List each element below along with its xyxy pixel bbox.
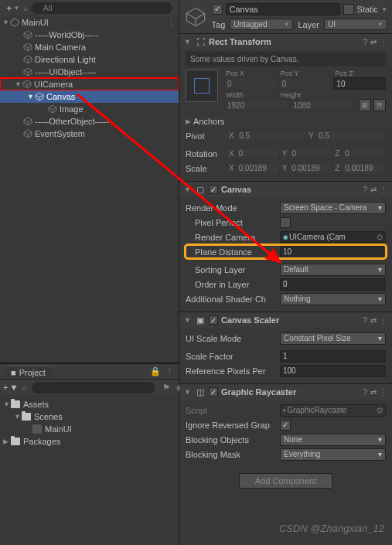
- project-folder-assets[interactable]: ▼ Assets: [0, 398, 179, 410]
- pos-x-input[interactable]: [224, 77, 277, 90]
- component-enabled-checkbox[interactable]: [209, 315, 218, 325]
- foldout-icon[interactable]: ▼: [184, 38, 192, 46]
- rot-z-input[interactable]: [342, 148, 386, 160]
- ignore-reversed-checkbox[interactable]: [280, 420, 291, 431]
- panel-menu-icon[interactable]: ⋮: [165, 366, 174, 376]
- tag-dropdown[interactable]: Untagged▼: [230, 19, 293, 30]
- folder-label: Packages: [23, 437, 60, 446]
- foldout-icon[interactable]: ▼: [27, 93, 35, 100]
- component-menu-icon[interactable]: ⋮: [380, 186, 387, 194]
- hierarchy-item[interactable]: Image: [0, 103, 179, 115]
- component-enabled-checkbox[interactable]: [209, 387, 218, 397]
- lock-icon[interactable]: 🔒: [150, 366, 161, 376]
- component-title: Canvas: [221, 185, 360, 194]
- hierarchy-item-uicamera[interactable]: ▼ UICamera: [0, 78, 179, 90]
- foldout-icon[interactable]: ▼: [14, 413, 22, 421]
- rot-x-input[interactable]: [236, 148, 280, 160]
- ref-pixels-input[interactable]: [280, 365, 386, 377]
- anchor-preset-button[interactable]: [186, 70, 218, 102]
- hierarchy-item[interactable]: Directional Light: [0, 53, 179, 66]
- pixel-perfect-checkbox[interactable]: [280, 217, 291, 228]
- hierarchy-toolbar: + ▼ ⌕: [0, 0, 179, 15]
- project-asset-mainui[interactable]: MainUI: [0, 423, 179, 435]
- scale-factor-input[interactable]: [280, 350, 386, 363]
- component-menu-icon[interactable]: ⋮: [380, 388, 387, 397]
- sorting-layer-dropdown[interactable]: Default▾: [280, 264, 386, 276]
- component-menu-icon[interactable]: ⋮: [380, 38, 387, 46]
- foldout-icon[interactable]: ▼: [184, 316, 192, 324]
- filter-favorites-icon[interactable]: ⚑: [160, 383, 172, 393]
- hierarchy-item-canvas[interactable]: ▼ Canvas: [0, 90, 179, 103]
- foldout-icon[interactable]: ▼: [184, 388, 192, 396]
- help-icon[interactable]: ?: [363, 316, 367, 325]
- static-checkbox[interactable]: [343, 4, 354, 15]
- anchors-foldout[interactable]: ▶: [186, 118, 193, 125]
- component-header[interactable]: ▼ ▢ Canvas ? ⇄ ⋮: [179, 182, 392, 197]
- project-folder-scenes[interactable]: ▼ Scenes: [0, 410, 179, 423]
- foldout-icon[interactable]: ▶: [3, 438, 11, 445]
- preset-icon[interactable]: ⇄: [370, 388, 377, 397]
- rot-y-input[interactable]: [288, 148, 332, 160]
- layer-label: Layer: [298, 20, 319, 29]
- scale-mode-dropdown[interactable]: Constant Pixel Size▾: [280, 332, 386, 345]
- project-search-input[interactable]: [32, 382, 155, 393]
- scale-y-input[interactable]: [288, 162, 332, 175]
- component-menu-icon[interactable]: ⋮: [380, 316, 387, 325]
- pivot-x-input[interactable]: [236, 130, 306, 142]
- order-in-layer-input[interactable]: [280, 278, 386, 291]
- scene-name: MainUI: [22, 18, 49, 27]
- foldout-icon[interactable]: ▼: [15, 80, 22, 88]
- preset-icon[interactable]: ⇄: [370, 38, 377, 46]
- foldout-icon[interactable]: ▼: [3, 400, 11, 408]
- foldout-icon[interactable]: ▼: [2, 19, 10, 26]
- search-icon: ⌕: [22, 383, 27, 392]
- hierarchy-search-input[interactable]: [31, 2, 172, 14]
- hierarchy-item[interactable]: -----WorldObj-----: [0, 29, 179, 41]
- hierarchy-item[interactable]: EventSystem: [0, 128, 179, 140]
- help-icon[interactable]: ?: [363, 38, 367, 46]
- component-header[interactable]: ▼ ▣ Canvas Scaler ? ⇄ ⋮: [179, 312, 392, 328]
- scene-menu-icon[interactable]: ⋮: [167, 18, 176, 28]
- hierarchy-item[interactable]: Main Camera: [0, 41, 179, 53]
- plane-distance-input[interactable]: [280, 246, 386, 258]
- foldout-icon[interactable]: ▼: [184, 186, 192, 193]
- help-icon[interactable]: ?: [363, 186, 367, 194]
- static-dropdown-caret[interactable]: ▼: [381, 6, 387, 13]
- project-folder-packages[interactable]: ▶ Packages: [0, 435, 179, 448]
- scale-z-input[interactable]: [342, 162, 386, 175]
- pos-z-input[interactable]: [333, 77, 386, 90]
- project-tab[interactable]: ■Project: [5, 366, 52, 378]
- scene-row[interactable]: ▼ MainUI ⋮: [0, 16, 179, 29]
- pos-y-input[interactable]: [279, 77, 332, 90]
- pivot-y-input[interactable]: [315, 130, 386, 142]
- component-enabled-checkbox[interactable]: [209, 185, 218, 194]
- component-header[interactable]: ▼ ⛶ Rect Transform ? ⇄ ⋮: [179, 34, 392, 49]
- preset-icon[interactable]: ⇄: [370, 316, 377, 325]
- blocking-mask-dropdown[interactable]: Everything▾: [280, 448, 386, 461]
- preset-icon[interactable]: ⇄: [370, 186, 377, 194]
- create-asset-button[interactable]: +: [3, 383, 8, 392]
- render-camera-field[interactable]: ■UICamera (Cam⊙: [280, 231, 386, 244]
- blueprint-mode-button[interactable]: ⊞: [359, 99, 371, 111]
- blocking-objects-dropdown[interactable]: None▾: [280, 434, 386, 446]
- height-input[interactable]: [291, 99, 355, 111]
- add-component-button[interactable]: Add Component: [239, 473, 333, 489]
- additional-shader-dropdown[interactable]: Nothing▾: [280, 293, 386, 305]
- enabled-checkbox[interactable]: [212, 4, 223, 15]
- hierarchy-item[interactable]: -----UIObject-----: [0, 66, 179, 78]
- scale-x-input[interactable]: [236, 162, 280, 175]
- gameobject-name-input[interactable]: [226, 3, 340, 15]
- create-asset-caret[interactable]: ▼: [9, 383, 18, 392]
- render-mode-dropdown[interactable]: Screen Space - Camera▾: [280, 202, 386, 214]
- create-dropdown-caret[interactable]: ▼: [14, 5, 20, 12]
- raw-edit-button[interactable]: R: [373, 99, 386, 111]
- help-icon[interactable]: ?: [363, 388, 367, 397]
- canvas-scaler-component: ▼ ▣ Canvas Scaler ? ⇄ ⋮ UI Scale Mode Co…: [179, 312, 392, 383]
- folder-icon: [11, 400, 20, 408]
- component-header[interactable]: ▼ ◫ Graphic Raycaster ? ⇄ ⋮: [179, 384, 392, 400]
- hierarchy-item[interactable]: -----OtherObject-----: [0, 115, 179, 128]
- static-label: Static: [357, 5, 379, 14]
- rect-transform-component: ▼ ⛶ Rect Transform ? ⇄ ⋮ Some values dri…: [179, 33, 392, 181]
- width-input[interactable]: [224, 99, 288, 111]
- layer-dropdown[interactable]: UI▼: [324, 19, 387, 30]
